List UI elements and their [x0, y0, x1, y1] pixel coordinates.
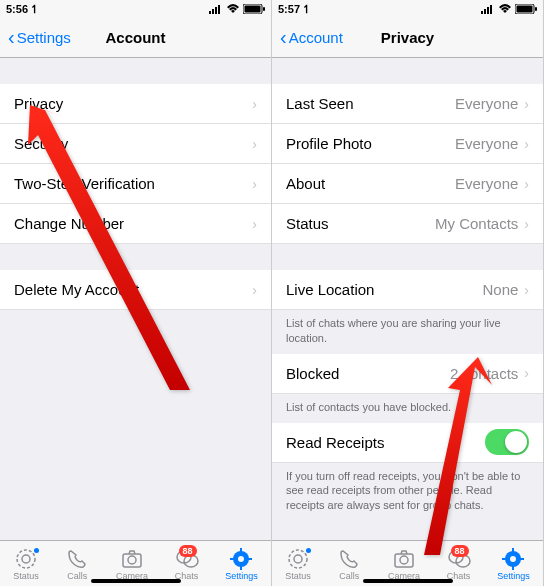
row-change-number[interactable]: Change Number › [0, 204, 271, 244]
chevron-right-icon: › [524, 365, 529, 381]
back-button[interactable]: ‹ Account [280, 26, 343, 49]
wifi-icon [226, 4, 240, 14]
svg-rect-18 [248, 558, 252, 560]
row-value: Everyone [455, 95, 518, 112]
home-indicator [91, 579, 181, 583]
row-label: About [286, 175, 455, 192]
row-label: Read Receipts [286, 434, 485, 451]
camera-icon [392, 548, 416, 570]
row-value: Everyone [455, 135, 518, 152]
page-title: Account [106, 29, 166, 46]
row-label: Delete My Account [14, 281, 252, 298]
phone-icon [337, 548, 361, 570]
chevron-left-icon: ‹ [8, 26, 15, 49]
row-label: Live Location [286, 281, 482, 298]
tab-camera[interactable]: Camera [116, 548, 148, 581]
row-live-location[interactable]: Live Location None › [272, 270, 543, 310]
tab-status[interactable]: Status [13, 548, 39, 581]
row-label: Profile Photo [286, 135, 455, 152]
signal-icon [209, 4, 223, 14]
chevron-right-icon: › [524, 96, 529, 112]
row-value: My Contacts [435, 215, 518, 232]
tab-camera[interactable]: Camera [388, 548, 420, 581]
chevron-right-icon: › [524, 282, 529, 298]
chevron-left-icon: ‹ [280, 26, 287, 49]
row-label: Two-Step Verification [14, 175, 252, 192]
chevron-right-icon: › [252, 136, 257, 152]
badge: 88 [179, 545, 197, 557]
tab-chats[interactable]: 88 Chats [447, 548, 471, 581]
tab-calls[interactable]: Calls [337, 548, 361, 581]
badge: 88 [451, 545, 469, 557]
account-screen: 5:56 ↿ ‹ Settings Account Privacy › Secu… [0, 0, 272, 586]
row-status[interactable]: Status My Contacts › [272, 204, 543, 244]
back-button[interactable]: ‹ Settings [8, 26, 71, 49]
svg-rect-37 [520, 558, 524, 560]
nav-bar: ‹ Settings Account [0, 18, 271, 58]
page-title: Privacy [381, 29, 434, 46]
row-label: Status [286, 215, 435, 232]
gear-icon [501, 548, 525, 570]
row-two-step[interactable]: Two-Step Verification › [0, 164, 271, 204]
home-indicator [363, 579, 453, 583]
footer-note: List of contacts you have blocked. [272, 394, 543, 423]
svg-point-8 [22, 555, 30, 563]
battery-icon [515, 4, 537, 14]
back-label: Settings [17, 29, 71, 46]
svg-rect-3 [218, 5, 220, 14]
svg-rect-15 [240, 548, 242, 552]
tab-label: Calls [67, 571, 87, 581]
privacy-screen: 5:57 ↿ ‹ Account Privacy Last Seen Every… [272, 0, 544, 586]
svg-point-14 [238, 556, 244, 562]
footer-note: If you turn off read receipts, you won't… [272, 463, 543, 522]
svg-rect-16 [240, 566, 242, 570]
row-delete-account[interactable]: Delete My Account › [0, 270, 271, 310]
row-security[interactable]: Security › [0, 124, 271, 164]
row-read-receipts: Read Receipts [272, 423, 543, 463]
row-last-seen[interactable]: Last Seen Everyone › [272, 84, 543, 124]
svg-point-27 [294, 555, 302, 563]
chevron-right-icon: › [252, 176, 257, 192]
chevron-right-icon: › [252, 96, 257, 112]
tab-label: Calls [339, 571, 359, 581]
svg-rect-24 [517, 6, 533, 13]
tab-settings[interactable]: Settings [225, 548, 258, 581]
svg-rect-2 [215, 7, 217, 14]
tab-calls[interactable]: Calls [65, 548, 89, 581]
svg-rect-20 [484, 9, 486, 14]
svg-rect-19 [481, 11, 483, 14]
back-label: Account [289, 29, 343, 46]
row-profile-photo[interactable]: Profile Photo Everyone › [272, 124, 543, 164]
svg-rect-36 [502, 558, 506, 560]
location-icon: ↿ [302, 3, 311, 16]
read-receipts-toggle[interactable] [485, 429, 529, 455]
row-label: Blocked [286, 365, 450, 382]
row-value: 2 contacts [450, 365, 518, 382]
row-about[interactable]: About Everyone › [272, 164, 543, 204]
content: Last Seen Everyone › Profile Photo Every… [272, 58, 543, 540]
tab-status[interactable]: Status [285, 548, 311, 581]
svg-rect-25 [535, 7, 537, 11]
svg-rect-5 [245, 6, 261, 13]
chevron-right-icon: › [524, 216, 529, 232]
tab-settings[interactable]: Settings [497, 548, 530, 581]
tab-label: Settings [225, 571, 258, 581]
svg-point-10 [128, 556, 136, 564]
row-privacy[interactable]: Privacy › [0, 84, 271, 124]
tab-label: Status [285, 571, 311, 581]
row-label: Change Number [14, 215, 252, 232]
svg-point-7 [17, 550, 35, 568]
wifi-icon [498, 4, 512, 14]
footer-note: List of chats where you are sharing your… [272, 310, 543, 354]
svg-rect-1 [212, 9, 214, 14]
status-time: 5:57 [278, 3, 300, 15]
gear-icon [229, 548, 253, 570]
row-blocked[interactable]: Blocked 2 contacts › [272, 354, 543, 394]
tab-chats[interactable]: 88 Chats [175, 548, 199, 581]
camera-icon [120, 548, 144, 570]
content: Privacy › Security › Two-Step Verificati… [0, 58, 271, 540]
chevron-right-icon: › [252, 282, 257, 298]
svg-rect-17 [230, 558, 234, 560]
chevron-right-icon: › [524, 136, 529, 152]
chevron-right-icon: › [524, 176, 529, 192]
